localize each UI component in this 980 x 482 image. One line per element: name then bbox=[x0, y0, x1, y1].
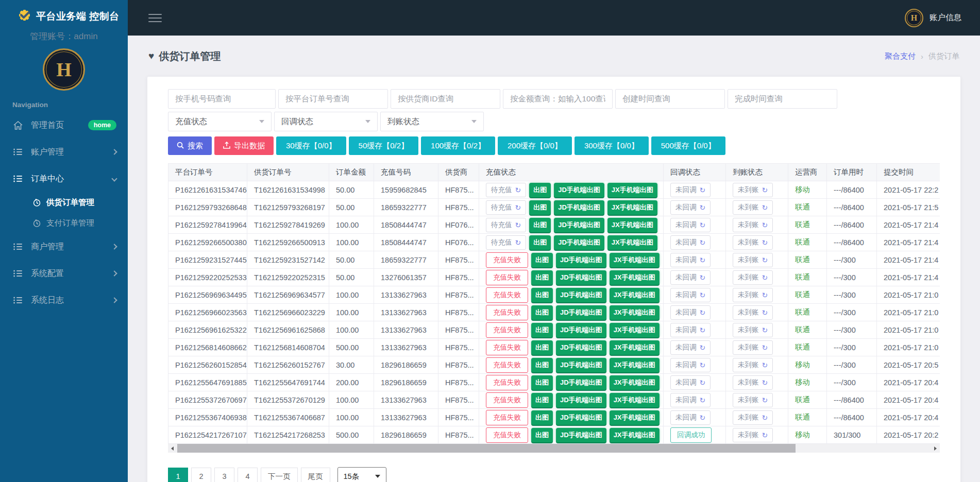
scrollbar-thumb[interactable] bbox=[177, 444, 796, 453]
render-image-button[interactable]: 出图 bbox=[531, 270, 553, 285]
platform-order-search-input[interactable] bbox=[278, 89, 388, 109]
last-page-button[interactable]: 尾页 bbox=[301, 468, 330, 482]
refresh-icon[interactable]: ↻ bbox=[700, 361, 706, 369]
arrival-status-badge[interactable]: 未到账↻ bbox=[733, 410, 773, 425]
sidebar-item-pay-orders[interactable]: 支付订单管理 bbox=[0, 213, 128, 233]
jd-mobile-render-button[interactable]: JD手机端出图 bbox=[556, 410, 606, 425]
refresh-icon[interactable]: ↻ bbox=[700, 344, 706, 351]
sidebar-item-order-center[interactable]: 订单中心 bbox=[0, 165, 128, 192]
cache-30-button[interactable]: 30缓存【0/0】 bbox=[276, 136, 346, 155]
refresh-icon[interactable]: ↻ bbox=[515, 186, 521, 194]
charge-status-badge[interactable]: 充值失败 bbox=[486, 252, 528, 268]
page-button-3[interactable]: 3 bbox=[214, 468, 234, 482]
charge-status-badge[interactable]: 充值失败 bbox=[486, 410, 528, 425]
refresh-icon[interactable]: ↻ bbox=[700, 414, 706, 421]
refresh-icon[interactable]: ↻ bbox=[762, 379, 768, 386]
callback-status-badge[interactable]: 未回调↻ bbox=[670, 235, 711, 250]
supplier-id-search-input[interactable] bbox=[391, 89, 500, 109]
render-image-button[interactable]: 出图 bbox=[531, 323, 553, 337]
sidebar-item-supply-orders[interactable]: 供货订单管理 bbox=[0, 192, 128, 213]
arrival-status-badge[interactable]: 未到账↻ bbox=[733, 323, 773, 337]
amount-search-input[interactable] bbox=[503, 89, 613, 109]
refresh-icon[interactable]: ↻ bbox=[700, 204, 706, 211]
render-image-button[interactable]: 出图 bbox=[529, 183, 551, 197]
arrival-status-badge[interactable]: 未到账↻ bbox=[733, 428, 773, 442]
jd-mobile-render-button[interactable]: JD手机端出图 bbox=[556, 375, 606, 390]
sidebar-item-system-logs[interactable]: 系统日志 bbox=[0, 287, 128, 314]
finish-time-search-input[interactable] bbox=[728, 89, 837, 109]
jd-mobile-render-button[interactable]: JD手机端出图 bbox=[556, 358, 606, 372]
breadcrumb-parent-link[interactable]: 聚合支付 bbox=[885, 51, 916, 61]
callback-status-badge[interactable]: 未回调↻ bbox=[670, 410, 711, 425]
jx-mobile-render-button[interactable]: JX手机端出图 bbox=[610, 375, 660, 390]
jx-mobile-render-button[interactable]: JX手机端出图 bbox=[610, 253, 660, 267]
refresh-icon[interactable]: ↻ bbox=[762, 274, 768, 281]
refresh-icon[interactable]: ↻ bbox=[700, 186, 706, 194]
charge-status-badge[interactable]: 充值失败 bbox=[486, 357, 528, 373]
scroll-left-arrow[interactable] bbox=[168, 444, 177, 453]
render-image-button[interactable]: 出图 bbox=[529, 218, 551, 232]
callback-status-badge[interactable]: 未回调↻ bbox=[670, 393, 711, 407]
charge-status-badge[interactable]: 充值失败 bbox=[486, 287, 528, 303]
jd-mobile-render-button[interactable]: JD手机端出图 bbox=[556, 305, 606, 320]
phone-search-input[interactable] bbox=[168, 89, 276, 109]
arrival-status-badge[interactable]: 未到账↻ bbox=[733, 305, 773, 320]
arrival-status-badge[interactable]: 未到账↻ bbox=[733, 218, 773, 232]
jx-mobile-render-button[interactable]: JX手机端出图 bbox=[610, 270, 660, 285]
render-image-button[interactable]: 出图 bbox=[531, 305, 553, 320]
refresh-icon[interactable]: ↻ bbox=[762, 204, 768, 211]
jd-mobile-render-button[interactable]: JD手机端出图 bbox=[556, 288, 606, 302]
callback-status-badge[interactable]: 未回调↻ bbox=[670, 340, 711, 355]
refresh-icon[interactable]: ↻ bbox=[762, 221, 768, 229]
arrival-status-badge[interactable]: 未到账↻ bbox=[733, 235, 773, 250]
refresh-icon[interactable]: ↻ bbox=[700, 291, 706, 299]
jx-mobile-render-button[interactable]: JX手机端出图 bbox=[610, 305, 660, 320]
refresh-icon[interactable]: ↻ bbox=[762, 291, 768, 299]
search-button[interactable]: 搜索 bbox=[168, 136, 212, 155]
jd-mobile-render-button[interactable]: JD手机端出图 bbox=[554, 218, 604, 232]
arrival-status-badge[interactable]: 未到账↻ bbox=[733, 375, 773, 390]
refresh-icon[interactable]: ↻ bbox=[762, 432, 768, 439]
charge-status-badge[interactable]: 充值失败 bbox=[486, 305, 528, 320]
export-data-button[interactable]: 导出数据 bbox=[214, 136, 274, 155]
charge-status-badge[interactable]: 充值失败 bbox=[486, 340, 528, 355]
refresh-icon[interactable]: ↻ bbox=[762, 186, 768, 194]
arrival-status-badge[interactable]: 未到账↻ bbox=[733, 340, 773, 355]
jd-mobile-render-button[interactable]: JD手机端出图 bbox=[554, 200, 604, 215]
refresh-icon[interactable]: ↻ bbox=[762, 309, 768, 316]
render-image-button[interactable]: 出图 bbox=[531, 410, 553, 425]
jx-mobile-render-button[interactable]: JX手机端出图 bbox=[610, 288, 660, 302]
refresh-icon[interactable]: ↻ bbox=[700, 274, 706, 281]
refresh-icon[interactable]: ↻ bbox=[762, 414, 768, 421]
charge-status-badge[interactable]: 充值失败 bbox=[486, 427, 528, 443]
charge-status-badge[interactable]: 待充值↻ bbox=[486, 183, 526, 197]
horizontal-scrollbar[interactable] bbox=[168, 444, 940, 453]
arrival-status-badge[interactable]: 未到账↻ bbox=[733, 358, 773, 372]
callback-status-badge[interactable]: 未回调↻ bbox=[670, 270, 711, 285]
create-time-search-input[interactable] bbox=[615, 89, 725, 109]
callback-status-badge[interactable]: 未回调↻ bbox=[670, 200, 711, 215]
callback-status-badge[interactable]: 未回调↻ bbox=[670, 305, 711, 320]
jd-mobile-render-button[interactable]: JD手机端出图 bbox=[556, 323, 606, 337]
page-button-4[interactable]: 4 bbox=[238, 468, 258, 482]
sidebar-item-system-config[interactable]: 系统配置 bbox=[0, 260, 128, 287]
sidebar-item-accounts[interactable]: 账户管理 bbox=[0, 139, 128, 165]
page-button-1[interactable]: 1 bbox=[168, 468, 188, 482]
callback-status-select[interactable]: 回调状态 bbox=[274, 112, 378, 131]
render-image-button[interactable]: 出图 bbox=[531, 393, 553, 407]
jx-mobile-render-button[interactable]: JX手机端出图 bbox=[610, 428, 660, 442]
sidebar-item-dashboard[interactable]: 管理首页 home bbox=[0, 112, 128, 139]
refresh-icon[interactable]: ↻ bbox=[762, 344, 768, 351]
sidebar-item-merchants[interactable]: 商户管理 bbox=[0, 233, 128, 260]
page-size-select[interactable]: 15条 bbox=[337, 467, 386, 482]
jx-mobile-render-button[interactable]: JX手机端出图 bbox=[607, 235, 657, 250]
callback-status-badge[interactable]: 未回调↻ bbox=[670, 218, 711, 232]
refresh-icon[interactable]: ↻ bbox=[762, 256, 768, 264]
refresh-icon[interactable]: ↻ bbox=[700, 221, 706, 229]
arrival-status-badge[interactable]: 未到账↻ bbox=[733, 183, 773, 197]
jd-mobile-render-button[interactable]: JD手机端出图 bbox=[554, 235, 604, 250]
cache-100-button[interactable]: 100缓存【0/2】 bbox=[421, 136, 495, 155]
jx-mobile-render-button[interactable]: JX手机端出图 bbox=[607, 218, 657, 232]
callback-status-badge[interactable]: 未回调↻ bbox=[670, 323, 711, 337]
render-image-button[interactable]: 出图 bbox=[531, 340, 553, 355]
